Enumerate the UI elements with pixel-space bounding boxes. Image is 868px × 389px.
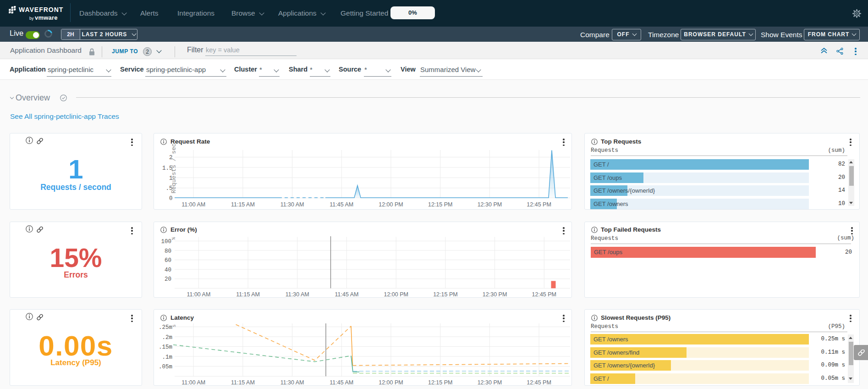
svg-text:11:00 AM: 11:00 AM <box>181 379 205 386</box>
svg-text:11:15 AM: 11:15 AM <box>231 201 255 208</box>
svg-text:11:45 AM: 11:45 AM <box>330 201 353 208</box>
svg-text:100: 100 <box>161 239 171 245</box>
svg-text:11:30 AM: 11:30 AM <box>286 291 309 297</box>
svg-text:12:15 PM: 12:15 PM <box>428 379 453 386</box>
svg-text:12:30 PM: 12:30 PM <box>478 379 502 386</box>
svg-text:.1m: .1m <box>162 354 172 361</box>
svg-text:12:00 PM: 12:00 PM <box>379 201 403 208</box>
svg-text:20: 20 <box>165 276 171 283</box>
svg-text:0: 0 <box>169 195 173 202</box>
svg-text:11:15 AM: 11:15 AM <box>231 379 255 386</box>
svg-text:.2m: .2m <box>162 334 172 341</box>
svg-text:12:45 PM: 12:45 PM <box>532 291 557 297</box>
svg-text:12:00 PM: 12:00 PM <box>379 379 403 386</box>
svg-text:11:00 AM: 11:00 AM <box>181 201 205 208</box>
svg-text:11:45 AM: 11:45 AM <box>330 379 353 386</box>
svg-text:.15m: .15m <box>159 344 172 350</box>
svg-text:Requests / sec: Requests / sec <box>170 143 177 193</box>
svg-text:.05m: .05m <box>159 364 172 370</box>
svg-text:12:15 PM: 12:15 PM <box>428 201 453 208</box>
svg-text:11:30 AM: 11:30 AM <box>280 379 304 386</box>
svg-text:12:15 PM: 12:15 PM <box>433 291 458 297</box>
svg-text:12:45 PM: 12:45 PM <box>527 379 551 386</box>
svg-text:s: s <box>171 324 177 328</box>
svg-text:%: % <box>171 237 176 240</box>
svg-text:12:30 PM: 12:30 PM <box>483 291 507 297</box>
svg-text:11:15 AM: 11:15 AM <box>236 291 260 297</box>
svg-text:11:00 AM: 11:00 AM <box>187 291 210 297</box>
svg-text:12:45 PM: 12:45 PM <box>527 201 551 208</box>
svg-text:11:45 AM: 11:45 AM <box>335 291 359 297</box>
svg-text:12:30 PM: 12:30 PM <box>478 201 502 208</box>
svg-text:11:30 AM: 11:30 AM <box>280 201 304 208</box>
svg-text:40: 40 <box>165 267 171 273</box>
svg-text:60: 60 <box>165 257 171 264</box>
svg-text:12:00 PM: 12:00 PM <box>384 291 408 297</box>
svg-text:80: 80 <box>165 248 171 255</box>
svg-text:.25m: .25m <box>159 324 172 331</box>
